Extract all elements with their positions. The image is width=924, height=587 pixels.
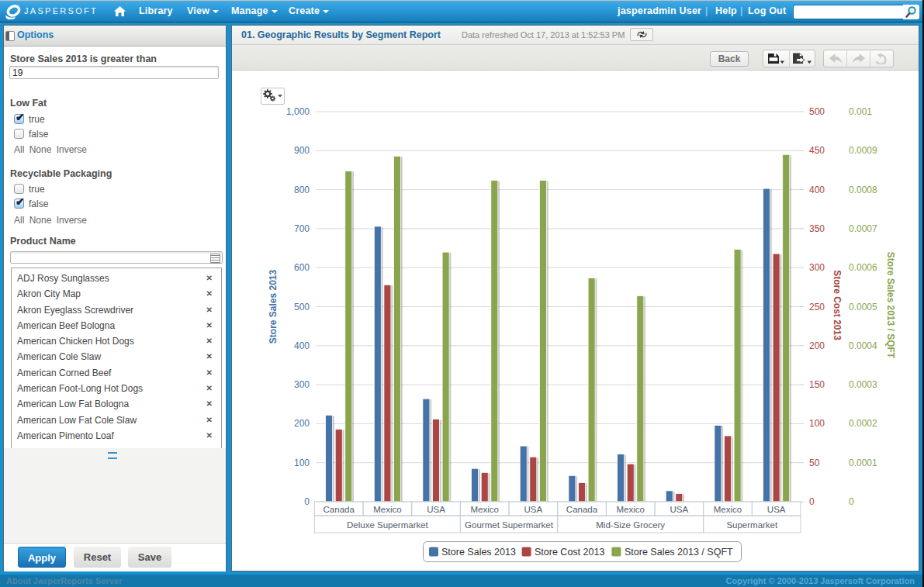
svg-text:500: 500: [809, 106, 825, 117]
svg-text:600: 600: [294, 262, 310, 273]
svg-text:Deluxe Supermarket: Deluxe Supermarket: [347, 520, 429, 530]
svg-text:400: 400: [809, 185, 825, 195]
svg-text:Store Sales 2013 / SQFT: Store Sales 2013 / SQFT: [885, 252, 896, 359]
svg-text:USA: USA: [524, 505, 543, 514]
svg-text:100: 100: [809, 418, 825, 429]
svg-text:Gourmet Supermarket: Gourmet Supermarket: [465, 520, 554, 530]
svg-text:USA: USA: [670, 505, 689, 514]
svg-text:0.0008: 0.0008: [849, 185, 877, 195]
svg-text:300: 300: [809, 262, 825, 273]
svg-text:Store Sales 2013 / SQFT: Store Sales 2013 / SQFT: [625, 547, 733, 558]
svg-text:0: 0: [809, 496, 815, 507]
svg-text:900: 900: [294, 145, 310, 156]
svg-text:500: 500: [294, 302, 310, 312]
svg-text:250: 250: [809, 302, 825, 312]
svg-text:0.0002: 0.0002: [849, 418, 877, 429]
svg-text:Supermarket: Supermarket: [726, 520, 778, 530]
svg-text:0.0009: 0.0009: [849, 145, 877, 156]
svg-text:150: 150: [809, 379, 825, 390]
svg-text:0.0007: 0.0007: [849, 223, 877, 234]
svg-text:800: 800: [294, 185, 310, 195]
svg-text:200: 200: [809, 340, 825, 351]
svg-text:Mid-Size Grocery: Mid-Size Grocery: [596, 520, 665, 530]
svg-text:USA: USA: [767, 505, 786, 514]
svg-text:Mexico: Mexico: [714, 505, 742, 514]
svg-text:100: 100: [294, 458, 310, 468]
svg-text:0.0001: 0.0001: [849, 458, 877, 468]
svg-text:Store Sales 2013: Store Sales 2013: [441, 547, 516, 558]
svg-text:1,000: 1,000: [286, 106, 310, 117]
svg-text:Canada: Canada: [324, 505, 355, 514]
svg-text:Store Cost 2013: Store Cost 2013: [535, 547, 604, 558]
svg-text:0: 0: [304, 496, 310, 507]
svg-text:Mexico: Mexico: [616, 505, 644, 514]
svg-text:300: 300: [294, 379, 310, 390]
svg-text:200: 200: [294, 418, 310, 429]
svg-text:Canada: Canada: [566, 505, 598, 514]
svg-text:Store Cost 2013: Store Cost 2013: [832, 270, 843, 340]
svg-text:0.0004: 0.0004: [849, 340, 877, 351]
svg-text:0.0005: 0.0005: [849, 302, 877, 312]
svg-text:0.001: 0.001: [849, 106, 872, 117]
svg-text:450: 450: [809, 145, 825, 156]
svg-text:Store Sales 2013: Store Sales 2013: [268, 269, 279, 344]
svg-text:0.0003: 0.0003: [849, 379, 877, 390]
svg-text:Mexico: Mexico: [373, 505, 401, 514]
svg-text:700: 700: [294, 223, 310, 234]
svg-text:USA: USA: [427, 505, 445, 514]
svg-text:0: 0: [849, 496, 854, 507]
svg-text:50: 50: [809, 458, 820, 468]
svg-text:Mexico: Mexico: [470, 505, 498, 514]
svg-text:350: 350: [809, 223, 825, 234]
svg-text:0.0006: 0.0006: [849, 262, 877, 273]
svg-text:400: 400: [294, 340, 310, 351]
